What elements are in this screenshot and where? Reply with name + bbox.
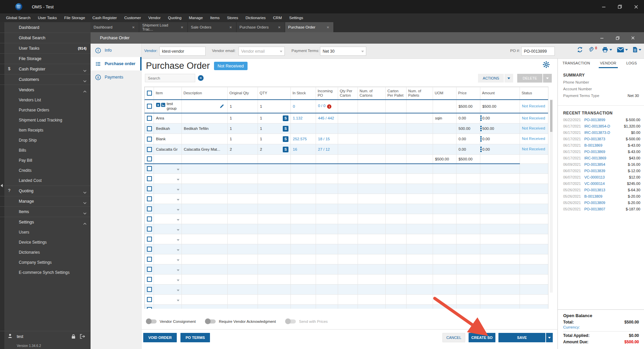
transaction-doc-link[interactable]: VC-0000113 bbox=[584, 175, 629, 179]
tab-close-icon[interactable]: ✕ bbox=[180, 25, 184, 30]
sidebar-subitem-company-settings[interactable]: Company Settings bbox=[0, 257, 91, 267]
row-checkbox[interactable] bbox=[147, 237, 152, 242]
item-cell[interactable]: Blank bbox=[154, 134, 182, 144]
column-header[interactable]: Num. of Pallets bbox=[407, 87, 433, 100]
stock-indicator-badge[interactable]: S bbox=[283, 126, 288, 132]
attachment-icon[interactable] bbox=[588, 47, 594, 53]
row-checkbox[interactable] bbox=[147, 307, 152, 309]
stock-indicator-badge[interactable]: S bbox=[283, 115, 288, 121]
item-dropdown-icon[interactable] bbox=[177, 249, 179, 251]
incoming-po-link[interactable]: 18 / 15 bbox=[318, 137, 330, 141]
sidebar-item-customers[interactable]: Customers bbox=[0, 74, 91, 85]
column-header[interactable]: In Stock bbox=[291, 87, 316, 100]
row-checkbox[interactable] bbox=[147, 156, 152, 161]
lock-icon[interactable] bbox=[71, 334, 76, 339]
currency-link[interactable]: Currency: bbox=[563, 325, 639, 329]
sidebar-subitem-credits[interactable]: Credits bbox=[0, 165, 91, 176]
row-checkbox[interactable] bbox=[147, 196, 152, 201]
column-header[interactable]: Qty Per Carton bbox=[338, 87, 358, 100]
tab-close-icon[interactable]: ✕ bbox=[228, 25, 233, 30]
column-header[interactable]: Incoming PO bbox=[316, 87, 338, 100]
row-checkbox[interactable] bbox=[147, 186, 152, 191]
row-checkbox[interactable] bbox=[147, 104, 152, 109]
po-close-button[interactable] bbox=[625, 32, 641, 44]
column-header[interactable]: QTY bbox=[258, 87, 291, 100]
transaction-doc-link[interactable]: IRC-0013854-D bbox=[584, 124, 624, 128]
item-dropdown-icon[interactable] bbox=[177, 179, 179, 181]
sidebar-subitem-drop-ship[interactable]: Drop Ship bbox=[0, 135, 91, 145]
search-clear-icon[interactable]: ✕ bbox=[198, 75, 204, 81]
menu-item[interactable]: CRM bbox=[269, 13, 285, 22]
menu-item[interactable]: Customer bbox=[120, 13, 145, 22]
document-tab[interactable]: Shipment Load Trac...✕ bbox=[139, 22, 188, 32]
subnav-item-payments[interactable]: $ Payments bbox=[91, 70, 141, 84]
description-cell[interactable]: Bedikah Tefilin bbox=[182, 123, 228, 134]
delete-dropdown[interactable] bbox=[543, 74, 552, 83]
menu-item[interactable]: File Storage bbox=[61, 13, 89, 22]
row-menu-icon[interactable] bbox=[480, 126, 482, 131]
row-checkbox[interactable] bbox=[147, 247, 152, 252]
row-checkbox[interactable] bbox=[147, 216, 152, 221]
row-checkbox[interactable] bbox=[147, 206, 152, 211]
in-stock-link[interactable]: 0 bbox=[293, 104, 295, 108]
menu-item[interactable]: Vendor bbox=[145, 13, 164, 22]
column-header[interactable]: UOM bbox=[433, 87, 457, 100]
vendor-input[interactable] bbox=[159, 47, 206, 56]
menu-item[interactable]: Settings bbox=[285, 13, 307, 22]
transaction-doc-link[interactable]: VC-0000114 bbox=[584, 182, 627, 186]
transaction-doc-link[interactable]: PO-0013899 bbox=[584, 118, 626, 122]
row-checkbox[interactable] bbox=[147, 116, 152, 121]
table-scrollbar[interactable] bbox=[550, 99, 553, 293]
sidebar-item-global-search[interactable]: Global Search bbox=[0, 33, 91, 43]
status-link[interactable]: Not Received bbox=[522, 104, 545, 108]
transaction-doc-link[interactable]: PO-0013807 bbox=[584, 207, 626, 211]
transaction-doc-link[interactable]: B-0013809 bbox=[584, 194, 628, 198]
sidebar-subitem-device-settings[interactable]: Device Settings bbox=[0, 237, 91, 247]
tab-transaction[interactable]: TRANSACTION bbox=[561, 59, 591, 68]
payment-terms-select[interactable]: Net 30 bbox=[320, 47, 366, 56]
row-menu-icon[interactable] bbox=[480, 147, 482, 152]
transaction-doc-link[interactable]: PO-0013869 bbox=[584, 150, 628, 154]
column-header[interactable]: Amount bbox=[480, 87, 520, 100]
status-link[interactable]: Not Received bbox=[522, 137, 545, 141]
transaction-doc-link[interactable]: IRC-0013873-D bbox=[584, 131, 631, 135]
tab-close-icon[interactable]: ✕ bbox=[326, 25, 330, 30]
in-stock-link[interactable]: 16 bbox=[293, 147, 297, 151]
transaction-doc-link[interactable]: PO-0013854 bbox=[584, 162, 628, 166]
column-header[interactable]: Item bbox=[154, 87, 182, 100]
actions-button[interactable]: ACTIONS bbox=[478, 74, 504, 83]
close-button[interactable] bbox=[628, 0, 644, 13]
row-checkbox[interactable] bbox=[147, 137, 152, 142]
item-cell[interactable]: test group bbox=[154, 100, 182, 113]
sidebar-item-file-storage[interactable]: File Storage bbox=[0, 53, 91, 64]
status-link[interactable]: Not Received bbox=[522, 126, 545, 130]
in-stock-link[interactable]: 252.575 bbox=[293, 137, 307, 141]
sidebar-subitem-e-commerce-synch-settings[interactable]: E-commerce Synch Settings bbox=[0, 267, 91, 278]
in-stock-link[interactable]: 1.132 bbox=[293, 116, 303, 120]
cancel-button[interactable]: CANCEL bbox=[442, 333, 465, 342]
item-dropdown-icon[interactable] bbox=[177, 209, 179, 211]
transaction-doc-link[interactable]: B-0013869 bbox=[584, 143, 628, 147]
delete-button[interactable]: DELETE bbox=[517, 74, 542, 83]
search-input[interactable] bbox=[145, 74, 195, 82]
item-cell[interactable]: Calacatta Gr bbox=[154, 144, 182, 155]
item-cell[interactable]: Bedikah bbox=[154, 123, 182, 134]
menu-item[interactable]: Global Search bbox=[2, 13, 34, 22]
row-checkbox[interactable] bbox=[147, 267, 152, 272]
column-header[interactable]: Price bbox=[457, 87, 480, 100]
sidebar-subitem-vendors-list[interactable]: Vendors List bbox=[0, 95, 91, 105]
document-tab[interactable]: Purchase Orders✕ bbox=[236, 22, 285, 32]
toggle-switch[interactable] bbox=[206, 319, 216, 323]
subnav-item-purchase-order[interactable]: Purchase order bbox=[91, 57, 141, 70]
sidebar-item-settings[interactable]: Settings bbox=[0, 217, 91, 227]
incoming-po-link[interactable]: 445 / 442 bbox=[318, 116, 334, 120]
menu-item[interactable]: Items bbox=[207, 13, 223, 22]
row-menu-icon[interactable] bbox=[480, 136, 482, 142]
row-checkbox[interactable] bbox=[147, 91, 152, 96]
logout-icon[interactable] bbox=[80, 334, 85, 339]
tab-logs[interactable]: LOGS bbox=[625, 59, 638, 68]
stock-indicator-badge[interactable]: S bbox=[283, 136, 288, 142]
po-terms-button[interactable]: PO TERMS bbox=[180, 333, 210, 342]
po-minimize-button[interactable] bbox=[594, 32, 610, 44]
toggle-vendor-consignment[interactable]: Vendor Consignment bbox=[147, 319, 196, 323]
